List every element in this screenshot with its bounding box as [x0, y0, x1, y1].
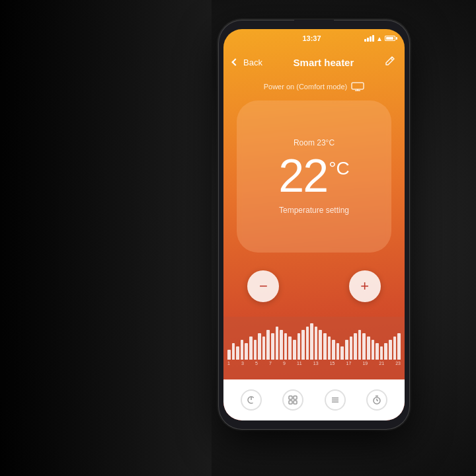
- schedule-bar: [293, 340, 296, 360]
- nav-schedule[interactable]: [322, 387, 348, 413]
- schedule-bar: [323, 333, 327, 360]
- schedule-label: 13: [313, 361, 319, 366]
- decrease-button[interactable]: −: [247, 270, 279, 302]
- edit-button[interactable]: [385, 56, 395, 69]
- grid-nav-icon: [282, 389, 303, 411]
- schedule-label: 19: [362, 361, 368, 366]
- schedule-bar: [376, 343, 379, 360]
- schedule-label: 11: [297, 361, 302, 366]
- schedule-label: 17: [346, 361, 352, 366]
- schedule-bar: [315, 327, 318, 360]
- temperature-controls: − +: [223, 270, 405, 302]
- schedule-bar: [340, 346, 344, 360]
- schedule-label: 5: [255, 361, 258, 366]
- phone-notch: [294, 20, 334, 29]
- power-status-text: Power on (Comfort mode): [264, 83, 348, 91]
- temp-number: 22: [278, 153, 327, 199]
- status-icons: ▲: [364, 35, 395, 42]
- schedule-bar: [288, 337, 292, 360]
- schedule-bar: [328, 337, 331, 360]
- plus-icon: +: [360, 279, 369, 294]
- schedule-bar: [319, 330, 322, 360]
- temp-unit: °C: [329, 159, 349, 178]
- schedule-labels: 1357911131517192123: [223, 360, 405, 367]
- schedule-label: 1: [227, 361, 230, 366]
- background-left: [0, 0, 212, 476]
- power-status: Power on (Comfort mode): [223, 82, 405, 91]
- schedule-bar: [358, 330, 362, 360]
- schedule-nav-icon: [325, 389, 346, 411]
- temp-setting-label: Temperature setting: [279, 206, 349, 215]
- schedule-bar: [254, 340, 257, 360]
- schedule-label: 3: [241, 361, 244, 366]
- svg-rect-5: [289, 396, 292, 399]
- back-arrow-icon: [231, 58, 239, 65]
- schedule-bar: [310, 323, 313, 360]
- back-label: Back: [243, 58, 262, 67]
- schedule-bar: [262, 337, 266, 360]
- schedule-bar: [245, 343, 248, 360]
- schedule-bar: [345, 340, 348, 360]
- svg-rect-6: [294, 396, 297, 399]
- schedule-bar: [367, 337, 370, 360]
- status-bar: 13:37 ▲: [223, 29, 405, 48]
- nav-power[interactable]: [238, 387, 264, 413]
- schedule-bar: [280, 330, 283, 360]
- schedule-bar: [301, 330, 305, 360]
- schedule-bar: [306, 327, 309, 360]
- schedule-area[interactable]: 1357911131517192123: [223, 317, 405, 379]
- schedule-label: 9: [283, 361, 286, 366]
- signal-icon: [364, 35, 374, 42]
- svg-rect-7: [289, 401, 292, 404]
- schedule-bar: [298, 333, 301, 360]
- top-nav: Back Smart heater: [223, 48, 405, 77]
- schedule-label: 7: [269, 361, 272, 366]
- room-temp-label: Room 23°C: [294, 138, 335, 147]
- schedule-bar: [236, 346, 239, 360]
- status-time: 13:37: [259, 34, 364, 42]
- back-button[interactable]: Back: [233, 58, 262, 67]
- power-nav-icon: [241, 389, 262, 411]
- monitor-icon: [351, 82, 364, 91]
- schedule-bar: [332, 340, 335, 360]
- schedule-label: 15: [330, 361, 335, 366]
- schedule-bar: [354, 333, 357, 360]
- svg-rect-8: [294, 401, 297, 404]
- nav-grid[interactable]: [280, 387, 306, 413]
- schedule-bar: [258, 333, 261, 360]
- schedule-bar: [380, 346, 383, 360]
- schedule-bar: [276, 327, 279, 360]
- temperature-card: Room 23°C 22 °C Temperature setting: [237, 100, 391, 253]
- minus-icon: −: [259, 279, 268, 294]
- page-title: Smart heater: [262, 57, 385, 68]
- schedule-bar: [393, 337, 397, 360]
- increase-button[interactable]: +: [349, 270, 381, 302]
- wifi-icon: ▲: [376, 35, 383, 42]
- schedule-bar: [232, 343, 235, 360]
- schedule-label: 23: [395, 361, 401, 366]
- schedule-label: 21: [379, 361, 384, 366]
- schedule-bar: [227, 350, 231, 360]
- phone-screen: 13:37 ▲: [223, 29, 405, 420]
- nav-timer[interactable]: [364, 387, 390, 413]
- schedule-bar: [266, 330, 270, 360]
- scene: 13:37 ▲: [0, 0, 476, 476]
- svg-rect-0: [352, 83, 364, 89]
- schedule-bar: [271, 333, 274, 360]
- bottom-nav: [223, 379, 405, 420]
- timer-nav-icon: [366, 389, 387, 411]
- pencil-icon: [385, 56, 395, 66]
- schedule-bar: [241, 340, 244, 360]
- schedule-bar: [249, 337, 253, 360]
- schedule-bar: [350, 337, 353, 360]
- schedule-bar: [372, 340, 375, 360]
- battery-icon: [385, 36, 395, 41]
- schedule-bar: [284, 333, 288, 360]
- schedule-bar: [362, 333, 366, 360]
- schedule-bar: [389, 340, 392, 360]
- phone-wrapper: 13:37 ▲: [218, 20, 410, 430]
- main-temperature: 22 °C: [278, 153, 349, 199]
- schedule-bar: [384, 343, 387, 360]
- phone-body: 13:37 ▲: [218, 20, 410, 430]
- schedule-bar: [397, 333, 401, 360]
